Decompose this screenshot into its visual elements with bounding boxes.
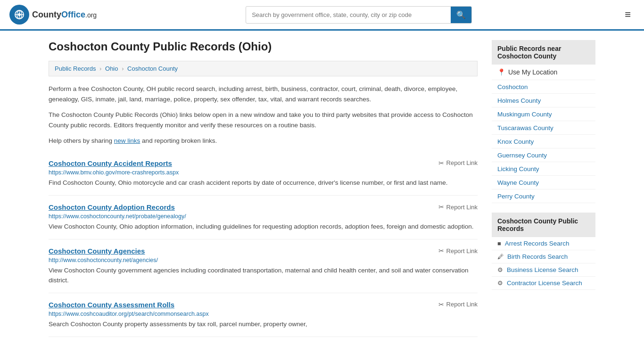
nearby-link-item-0: Coshocton bbox=[492, 80, 595, 94]
breadcrumb-ohio[interactable]: Ohio bbox=[105, 65, 118, 72]
logo-area: CountyOffice.org bbox=[9, 5, 97, 25]
nearby-link-7[interactable]: Wayne County bbox=[497, 179, 539, 186]
pub-record-link-0[interactable]: Arrest Records Search bbox=[505, 240, 570, 247]
nearby-link-6[interactable]: Licking County bbox=[497, 165, 539, 173]
pub-record-item-0: ■ Arrest Records Search bbox=[492, 237, 595, 250]
breadcrumb-public-records[interactable]: Public Records bbox=[55, 65, 96, 72]
nearby-link-item-2: Muskingum County bbox=[492, 107, 595, 121]
nearby-links: CoshoctonHolmes CountyMuskingum CountyTu… bbox=[492, 80, 595, 203]
breadcrumb: Public Records › Ohio › Coshocton County bbox=[49, 61, 478, 76]
use-location-link[interactable]: Use My Location bbox=[508, 68, 557, 76]
pub-record-link-3[interactable]: Contractor License Search bbox=[507, 280, 582, 287]
description-p1: Perform a free Coshocton County, OH publ… bbox=[49, 84, 478, 104]
record-title-0[interactable]: Coshocton County Accident Reports bbox=[49, 159, 172, 167]
nearby-link-item-1: Holmes County bbox=[492, 94, 595, 107]
description-p3: Help others by sharing new links and rep… bbox=[49, 136, 478, 146]
records-list: Coshocton County Accident Reports ✂ Repo… bbox=[49, 152, 478, 337]
nearby-link-0[interactable]: Coshocton bbox=[497, 83, 528, 90]
record-url-3[interactable]: https://www.coshcoauditor.org/pt/search/… bbox=[49, 311, 478, 317]
report-link-icon: ✂ bbox=[438, 301, 444, 308]
record-item: Coshocton County Assessment Rolls ✂ Repo… bbox=[49, 293, 478, 337]
search-bar: 🔍 bbox=[246, 6, 472, 24]
search-button[interactable]: 🔍 bbox=[451, 7, 471, 23]
report-link-3[interactable]: ✂ Report Link bbox=[438, 301, 478, 308]
logo-text[interactable]: CountyOffice.org bbox=[32, 10, 97, 20]
pub-record-icon-0: ■ bbox=[497, 240, 501, 247]
nearby-link-item-3: Tuscarawas County bbox=[492, 121, 595, 135]
record-desc-1: View Coshocton County, Ohio adoption inf… bbox=[49, 222, 478, 231]
record-header: Coshocton County Accident Reports ✂ Repo… bbox=[49, 159, 478, 167]
report-link-icon: ✂ bbox=[438, 203, 444, 211]
report-link-2[interactable]: ✂ Report Link bbox=[438, 247, 478, 255]
menu-button[interactable]: ≡ bbox=[621, 7, 635, 23]
nearby-link-item-7: Wayne County bbox=[492, 176, 595, 189]
record-title-1[interactable]: Coshocton County Adoption Records bbox=[49, 203, 175, 211]
pub-record-item-3: ⚙ Contractor License Search bbox=[492, 277, 595, 290]
public-records-section: Coshocton County Public Records ■ Arrest… bbox=[492, 213, 595, 290]
search-input[interactable] bbox=[246, 8, 451, 22]
pub-record-icon-1: 🖉 bbox=[497, 253, 504, 260]
pub-record-link-2[interactable]: Business License Search bbox=[507, 266, 578, 273]
nearby-link-1[interactable]: Holmes County bbox=[497, 97, 541, 104]
content-area: Coshocton County Public Records (Ohio) P… bbox=[49, 40, 478, 337]
nearby-link-item-6: Licking County bbox=[492, 162, 595, 176]
pub-record-item-1: 🖉 Birth Records Search bbox=[492, 250, 595, 263]
record-desc-3: Search Coshocton County property assessm… bbox=[49, 320, 478, 329]
pub-record-item-2: ⚙ Business License Search bbox=[492, 263, 595, 277]
nearby-title: Public Records near Coshocton County bbox=[492, 40, 595, 65]
record-desc-0: Find Coshocton County, Ohio motorcycle a… bbox=[49, 178, 478, 188]
nearby-link-item-5: Guernsey County bbox=[492, 148, 595, 162]
record-title-2[interactable]: Coshocton County Agencies bbox=[49, 247, 145, 255]
record-item: Coshocton County Accident Reports ✂ Repo… bbox=[49, 152, 478, 196]
breadcrumb-coshocton[interactable]: Coshocton County bbox=[127, 65, 178, 72]
main-content: Coshocton County Public Records (Ohio) P… bbox=[39, 31, 605, 346]
nearby-link-item-8: Perry County bbox=[492, 189, 595, 203]
record-item: Coshocton County Agencies ✂ Report Link … bbox=[49, 239, 478, 293]
pub-record-icon-2: ⚙ bbox=[497, 266, 503, 273]
nearby-link-4[interactable]: Knox County bbox=[497, 138, 534, 145]
nearby-link-5[interactable]: Guernsey County bbox=[497, 152, 547, 159]
record-header: Coshocton County Agencies ✂ Report Link bbox=[49, 247, 478, 255]
use-location-item[interactable]: 📍 Use My Location bbox=[492, 65, 595, 80]
new-links-link[interactable]: new links bbox=[114, 137, 140, 144]
report-link-1[interactable]: ✂ Report Link bbox=[438, 203, 478, 211]
nearby-link-item-4: Knox County bbox=[492, 135, 595, 148]
record-header: Coshocton County Adoption Records ✂ Repo… bbox=[49, 203, 478, 211]
report-link-0[interactable]: ✂ Report Link bbox=[438, 159, 478, 167]
nearby-section: Public Records near Coshocton County 📍 U… bbox=[492, 40, 595, 203]
logo-icon bbox=[9, 5, 29, 25]
sidebar: Public Records near Coshocton County 📍 U… bbox=[492, 40, 595, 337]
record-title-3[interactable]: Coshocton County Assessment Rolls bbox=[49, 301, 174, 309]
public-records-title: Coshocton County Public Records bbox=[492, 213, 595, 237]
record-url-0[interactable]: https://www.bmv.ohio.gov/more-crashrepor… bbox=[49, 169, 478, 176]
pub-record-icon-3: ⚙ bbox=[497, 280, 503, 287]
public-records-links: ■ Arrest Records Search 🖉 Birth Records … bbox=[492, 237, 595, 290]
description: Perform a free Coshocton County, OH publ… bbox=[49, 84, 478, 146]
report-link-icon: ✂ bbox=[438, 159, 444, 167]
page-title: Coshocton County Public Records (Ohio) bbox=[49, 40, 478, 53]
pub-record-link-1[interactable]: Birth Records Search bbox=[507, 253, 568, 260]
record-item: Coshocton County Adoption Records ✂ Repo… bbox=[49, 196, 478, 239]
record-desc-2: View Coshocton County government agencie… bbox=[49, 266, 478, 285]
nearby-link-3[interactable]: Tuscarawas County bbox=[497, 124, 553, 132]
report-link-icon: ✂ bbox=[438, 247, 444, 255]
nearby-link-2[interactable]: Muskingum County bbox=[497, 111, 552, 118]
record-url-2[interactable]: http://www.coshoctoncounty.net/agencies/ bbox=[49, 257, 478, 263]
record-header: Coshocton County Assessment Rolls ✂ Repo… bbox=[49, 301, 478, 309]
description-p2: The Coshocton County Public Records (Ohi… bbox=[49, 110, 478, 130]
location-icon: 📍 bbox=[497, 68, 505, 76]
record-url-1[interactable]: https://www.coshoctoncounty.net/probate/… bbox=[49, 213, 478, 220]
header: CountyOffice.org 🔍 ≡ bbox=[0, 0, 644, 31]
nearby-link-8[interactable]: Perry County bbox=[497, 193, 535, 200]
